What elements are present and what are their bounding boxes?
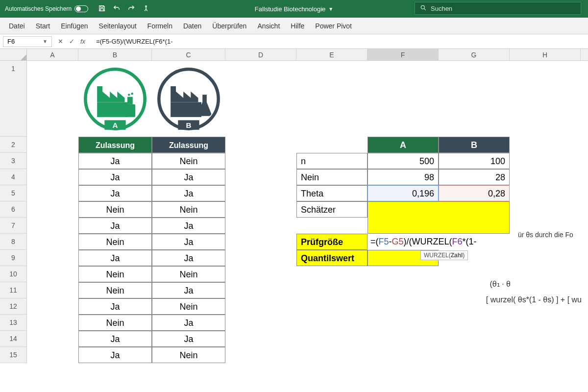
svg-rect-14: [171, 86, 176, 102]
formula-editing-text[interactable]: =(F5-G5)/(WURZEL(F6*(1-: [368, 234, 480, 250]
cell-C13[interactable]: Ja: [152, 315, 225, 331]
tab-ueberpruefen[interactable]: Überprüfen: [212, 22, 246, 30]
cells-area[interactable]: A B: [27, 61, 588, 392]
formula-input[interactable]: =(F5-G5)/(WURZEL(F6*(1-: [91, 38, 588, 45]
stats-header-a[interactable]: A: [368, 137, 439, 153]
tab-formeln[interactable]: Formeln: [147, 22, 172, 30]
tab-powerpivot[interactable]: Power Pivot: [315, 22, 352, 30]
cell-C15[interactable]: Nein: [152, 347, 225, 363]
tab-seitenlayout[interactable]: Seitenlayout: [99, 22, 137, 30]
tab-datei[interactable]: Datei: [9, 22, 25, 30]
cell-B8[interactable]: Nein: [78, 234, 152, 250]
zulassung-header-c[interactable]: Zulassung: [152, 137, 225, 153]
cell-C7[interactable]: Ja: [152, 218, 225, 234]
cell-C9[interactable]: Ja: [152, 250, 225, 266]
cell-C12[interactable]: Nein: [152, 298, 225, 315]
cell-G4[interactable]: 28: [439, 169, 510, 185]
tab-start[interactable]: Start: [36, 22, 50, 30]
cell-B4[interactable]: Ja: [78, 169, 152, 185]
cell-G5[interactable]: 0,28: [439, 185, 510, 201]
cell-B6[interactable]: Nein: [78, 201, 152, 218]
formula-cancel-icon[interactable]: ✕: [58, 38, 63, 45]
row-header-1[interactable]: 1: [0, 61, 27, 137]
touch-mode-icon[interactable]: [142, 4, 150, 14]
cell-F7[interactable]: [368, 218, 439, 234]
document-title[interactable]: Fallstudie Biotechnologie ▼: [255, 5, 333, 13]
cell-B7[interactable]: Ja: [78, 218, 152, 234]
col-header-E[interactable]: E: [296, 49, 368, 60]
cell-B11[interactable]: Nein: [78, 282, 152, 298]
row-header-12[interactable]: 12: [0, 298, 27, 315]
row-header-8[interactable]: 8: [0, 234, 27, 250]
cell-E4[interactable]: Nein: [296, 169, 368, 185]
cell-C8[interactable]: Ja: [152, 234, 225, 250]
col-header-B[interactable]: B: [78, 49, 152, 60]
cell-C11[interactable]: Ja: [152, 282, 225, 298]
cell-F5[interactable]: 0,196: [368, 185, 439, 201]
cell-C14[interactable]: Ja: [152, 331, 225, 347]
undo-icon[interactable]: [113, 4, 121, 14]
zulassung-header-b[interactable]: Zulassung: [78, 137, 152, 153]
row-header-7[interactable]: 7: [0, 218, 27, 234]
redo-icon[interactable]: [127, 4, 135, 14]
cell-F8[interactable]: =(F5-G5)/(WURZEL(F6*(1- WURZEL(Zahl): [368, 234, 439, 250]
cell-E6[interactable]: Schätzer: [296, 201, 368, 218]
row-header-4[interactable]: 4: [0, 169, 27, 185]
save-icon[interactable]: [98, 4, 106, 14]
col-header-D[interactable]: D: [225, 49, 296, 60]
tab-daten[interactable]: Daten: [183, 22, 201, 30]
col-header-F[interactable]: F: [368, 49, 439, 60]
row-header-2[interactable]: 2: [0, 137, 27, 153]
cell-C10[interactable]: Nein: [152, 266, 225, 282]
cell-E5[interactable]: Theta: [296, 185, 368, 201]
search-input[interactable]: Suchen: [415, 2, 581, 15]
row-header-9[interactable]: 9: [0, 250, 27, 266]
cell-F4[interactable]: 98: [368, 169, 439, 185]
worksheet[interactable]: A B C D E F G H 1 2 3 4 5 6 7 8 9 10 11 …: [0, 49, 588, 392]
cell-C5[interactable]: Ja: [152, 185, 225, 201]
cell-B15[interactable]: Ja: [78, 347, 152, 363]
row-header-10[interactable]: 10: [0, 266, 27, 282]
cell-C3[interactable]: Nein: [152, 153, 225, 169]
row-header-14[interactable]: 14: [0, 331, 27, 347]
autosave-toggle-group[interactable]: Automatisches Speichern: [0, 5, 93, 12]
col-header-C[interactable]: C: [152, 49, 225, 60]
formula-edit-overlay[interactable]: [368, 201, 510, 234]
autosave-toggle[interactable]: [74, 5, 88, 12]
cell-E9[interactable]: Quantilswert: [296, 250, 368, 266]
tab-einfuegen[interactable]: Einfügen: [61, 22, 88, 30]
name-box[interactable]: F6 ▼: [3, 36, 52, 47]
col-header-H[interactable]: H: [510, 49, 581, 60]
cell-F3[interactable]: 500: [368, 153, 439, 169]
cell-E3[interactable]: n: [296, 153, 368, 169]
svg-point-10: [131, 93, 133, 95]
fx-icon[interactable]: fx: [80, 38, 85, 45]
cell-B5[interactable]: Ja: [78, 185, 152, 201]
cell-B10[interactable]: Nein: [78, 266, 152, 282]
search-icon: [420, 4, 427, 13]
cell-B9[interactable]: Ja: [78, 250, 152, 266]
cell-B12[interactable]: Ja: [78, 298, 152, 315]
row-header-3[interactable]: 3: [0, 153, 27, 169]
row-header-15[interactable]: 15: [0, 347, 27, 363]
formula-accept-icon[interactable]: ✓: [69, 38, 74, 45]
row-header-5[interactable]: 5: [0, 185, 27, 201]
cell-B3[interactable]: Ja: [78, 153, 152, 169]
row-header-11[interactable]: 11: [0, 282, 27, 298]
tab-ansicht[interactable]: Ansicht: [257, 22, 280, 30]
row-header-6[interactable]: 6: [0, 201, 27, 218]
factory-b-graphic: B: [152, 61, 225, 137]
col-header-G[interactable]: G: [439, 49, 510, 60]
cell-G3[interactable]: 100: [439, 153, 510, 169]
cell-E8[interactable]: Prüfgröße: [296, 234, 368, 250]
cell-C6[interactable]: Nein: [152, 201, 225, 218]
select-all-corner[interactable]: [0, 49, 27, 60]
stats-header-b[interactable]: B: [439, 137, 510, 153]
cell-B14[interactable]: Ja: [78, 331, 152, 347]
tab-hilfe[interactable]: Hilfe: [291, 22, 304, 30]
chevron-down-icon: ▼: [43, 39, 48, 44]
row-header-13[interactable]: 13: [0, 315, 27, 331]
cell-C4[interactable]: Ja: [152, 169, 225, 185]
cell-B13[interactable]: Nein: [78, 315, 152, 331]
col-header-A[interactable]: A: [27, 49, 78, 60]
